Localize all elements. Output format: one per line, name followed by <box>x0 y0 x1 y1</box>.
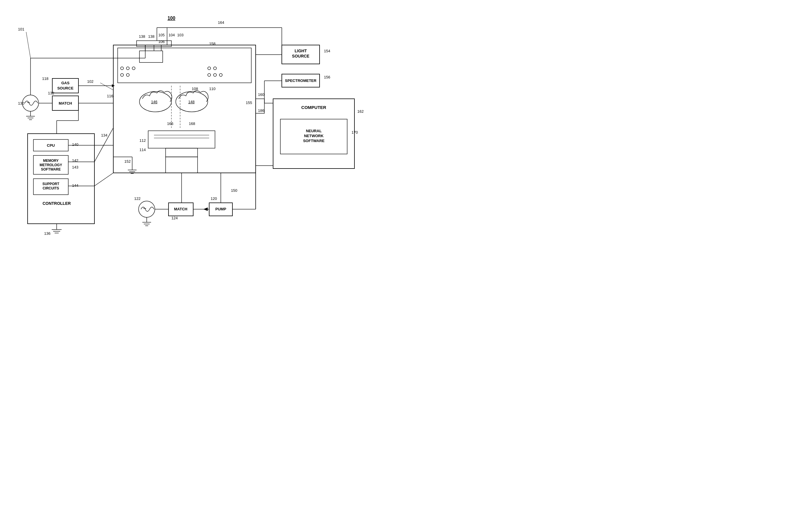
svg-text:MATCH: MATCH <box>174 207 187 211</box>
svg-text:101: 101 <box>18 27 24 31</box>
svg-text:COMPUTER: COMPUTER <box>301 105 326 110</box>
svg-text:130: 130 <box>18 101 24 105</box>
svg-text:MATCH: MATCH <box>59 101 72 105</box>
svg-text:168: 168 <box>189 122 195 126</box>
svg-text:166: 166 <box>167 122 173 126</box>
svg-text:186: 186 <box>258 108 264 113</box>
svg-text:116: 116 <box>107 94 113 98</box>
svg-text:148: 148 <box>188 100 195 104</box>
svg-text:156: 156 <box>324 75 330 79</box>
svg-text:100: 100 <box>168 16 176 21</box>
svg-text:120: 120 <box>211 196 217 201</box>
svg-text:SOURCE: SOURCE <box>292 54 309 58</box>
svg-text:140: 140 <box>72 142 78 147</box>
svg-text:150: 150 <box>231 188 237 193</box>
svg-text:112: 112 <box>140 138 146 143</box>
svg-text:122: 122 <box>134 196 141 201</box>
svg-text:NETWORK: NETWORK <box>304 134 324 138</box>
svg-text:SOURCE: SOURCE <box>57 86 74 91</box>
svg-text:118: 118 <box>42 76 49 81</box>
svg-text:103: 103 <box>177 33 184 37</box>
svg-text:METROLOGY: METROLOGY <box>40 163 62 167</box>
svg-text:104: 104 <box>169 33 175 37</box>
svg-text:102: 102 <box>87 79 94 84</box>
svg-text:138: 138 <box>139 34 145 39</box>
svg-text:CONTROLLER: CONTROLLER <box>43 201 71 206</box>
svg-text:106: 106 <box>158 40 165 44</box>
svg-text:108: 108 <box>192 86 198 91</box>
svg-text:146: 146 <box>151 100 157 104</box>
svg-text:152: 152 <box>124 159 131 163</box>
svg-text:132: 132 <box>48 91 54 95</box>
svg-text:170: 170 <box>352 130 358 134</box>
svg-text:134: 134 <box>101 133 107 137</box>
svg-text:110: 110 <box>209 86 216 91</box>
svg-text:160: 160 <box>258 93 264 97</box>
svg-text:164: 164 <box>218 20 224 25</box>
svg-text:~: ~ <box>27 99 30 106</box>
svg-text:SOFTWARE: SOFTWARE <box>41 167 61 172</box>
svg-text:138: 138 <box>148 34 155 39</box>
svg-text:SOFTWARE: SOFTWARE <box>303 138 325 143</box>
svg-text:124: 124 <box>171 216 178 220</box>
svg-text:154: 154 <box>324 49 330 53</box>
svg-text:LIGHT: LIGHT <box>295 49 307 53</box>
svg-text:PUMP: PUMP <box>215 207 226 211</box>
svg-text:SUPPORT: SUPPORT <box>43 182 59 186</box>
svg-text:105: 105 <box>158 33 165 37</box>
svg-text:158: 158 <box>209 42 216 46</box>
svg-text:GAS: GAS <box>61 81 70 85</box>
svg-text:162: 162 <box>357 109 364 113</box>
svg-text:CIRCUITS: CIRCUITS <box>43 186 59 190</box>
svg-text:SPECTROMETER: SPECTROMETER <box>285 78 317 83</box>
svg-text:143: 143 <box>72 165 78 169</box>
svg-text:CPU: CPU <box>47 143 55 148</box>
svg-rect-0 <box>0 0 392 266</box>
svg-text:NEURAL: NEURAL <box>306 129 322 133</box>
svg-text:142: 142 <box>72 158 78 163</box>
svg-text:~: ~ <box>143 205 146 211</box>
svg-text:144: 144 <box>72 183 78 188</box>
svg-text:114: 114 <box>140 148 146 152</box>
svg-text:MEMORY: MEMORY <box>43 159 59 163</box>
patent-diagram: 100 101 130 132 102 118 138 138 105 106 … <box>0 0 392 266</box>
svg-text:136: 136 <box>44 231 51 236</box>
svg-text:155: 155 <box>246 101 252 105</box>
